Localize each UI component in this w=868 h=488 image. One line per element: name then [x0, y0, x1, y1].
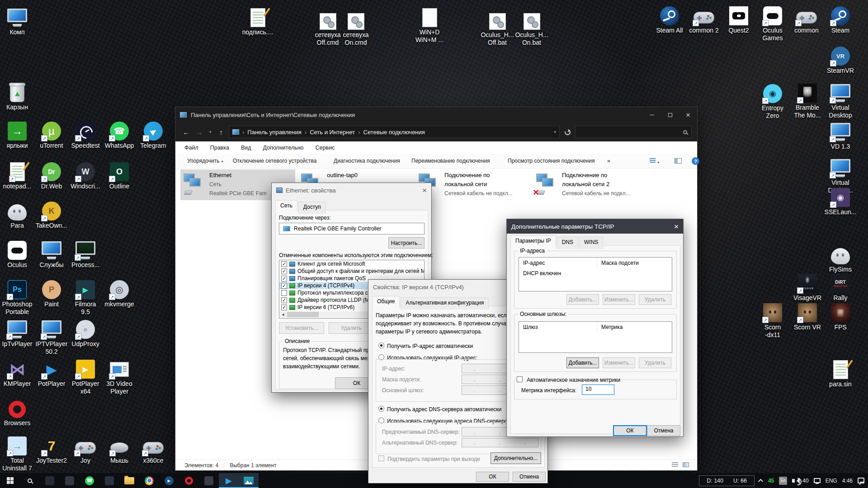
close-icon[interactable]: ×	[422, 187, 427, 194]
menu-item-дополнительно[interactable]: Дополнительно	[263, 145, 304, 151]
desktop-icon-x360ce[interactable]: ↗x360ce	[132, 434, 175, 465]
desktop-icon-rally[interactable]: Rally	[819, 271, 862, 302]
tab-wins[interactable]: WINS	[579, 237, 603, 249]
ok-button[interactable]: ОК	[476, 472, 509, 482]
desktop-icon-udpproxy[interactable]: ●↗UdpProxy	[64, 317, 107, 348]
checked-checkbox[interactable]: ✓	[281, 268, 287, 274]
component-row[interactable]: ✓Клиент для сетей Microsoft	[279, 260, 424, 267]
desktop-icon-steamvr[interactable]: VR↗SteamVR	[819, 44, 862, 75]
breadcrumb[interactable]: ›Панель управления›Сеть и Интернет›Сетев…	[229, 126, 560, 138]
taskbar-app-chrome[interactable]	[139, 473, 159, 488]
toolbar-view-status[interactable]: Просмотр состояния подключения	[508, 158, 594, 164]
menu-item-вид[interactable]: Вид	[241, 145, 251, 151]
connection-item[interactable]: ×Подключение полокальной сетиСетевой каб…	[415, 169, 530, 200]
speaker-icon[interactable]	[792, 479, 795, 483]
tab-sharing[interactable]: Доступ	[298, 202, 326, 214]
connection-item[interactable]: ×Подключение полокальной сети 2Сетевой к…	[533, 169, 648, 200]
desktop-icon-mkvmerge[interactable]: ◎↗mkvmerge	[98, 277, 141, 308]
desktop-icon-browsers[interactable]: Browsers	[0, 396, 39, 427]
taskbar-search-button[interactable]	[20, 473, 40, 488]
refresh-button[interactable]	[562, 126, 573, 138]
checked-checkbox[interactable]: ✓	[281, 261, 287, 267]
desktop-icon-fps[interactable]: FPS	[819, 300, 862, 331]
net-speed-monitor[interactable]: D: 140 U: 66	[699, 475, 755, 486]
breadcrumb-segment[interactable]: Сеть и Интернет	[310, 129, 355, 136]
action-center-icon[interactable]	[858, 478, 864, 483]
scroll-left-icon[interactable]: ◄	[280, 311, 286, 318]
desktop-icon-podpis[interactable]: подпись....	[236, 5, 279, 36]
desktop-icon-vd-13[interactable]: ↗VD 1.3	[819, 120, 862, 150]
auto-metric-checkbox[interactable]	[517, 376, 523, 382]
network-tray-icon[interactable]	[814, 478, 821, 483]
menu-item-правка[interactable]: Правка	[210, 145, 229, 151]
auto-ip-radio[interactable]	[378, 343, 384, 348]
component-row[interactable]: ✓Общий доступ к файлам и принтерам для с…	[279, 267, 424, 275]
temperature-indicator[interactable]: 45	[768, 478, 774, 484]
desktop-icon-sselaun[interactable]: ◉↗SSELaun...	[819, 185, 862, 216]
taskbar-app-explorer[interactable]	[119, 473, 139, 488]
toolbar-disable-device[interactable]: Отключение сетевого устройства	[233, 158, 316, 164]
taskbar-app-5[interactable]	[199, 473, 219, 488]
thumbnail-view-icon[interactable]	[683, 462, 689, 467]
input-language-badge[interactable]: En	[779, 477, 787, 485]
tab-alternate-config[interactable]: Альтернативная конфигурация	[401, 297, 489, 310]
dialog-titlebar[interactable]: Дополнительные параметры TCP/IP ×	[507, 219, 683, 234]
unchecked-checkbox[interactable]	[281, 290, 287, 296]
preview-pane-button[interactable]	[675, 158, 682, 165]
desktop-icon-oculus-h-on[interactable]: Oculus_H...On.bat	[510, 8, 553, 47]
window-titlebar[interactable]: Панель управления\Сеть и Интернет\Сетевы…	[175, 107, 697, 122]
taskbar-app-4[interactable]: ▶	[159, 473, 179, 488]
dialog-titlebar[interactable]: Ethernet: свойства ×	[272, 183, 431, 197]
alternate-dns-input[interactable]: ...	[462, 438, 538, 447]
desktop-icon-outline[interactable]: O↗Outline	[98, 160, 141, 190]
tab-general[interactable]: Общие	[372, 296, 400, 308]
add-ip-button[interactable]: Добавить...	[566, 294, 599, 305]
delete-gateway-button[interactable]: Удалить	[639, 357, 671, 368]
breadcrumb-segment[interactable]: Панель управления	[247, 129, 301, 136]
minimize-button[interactable]	[643, 107, 661, 122]
auto-dns-radio[interactable]	[378, 406, 384, 412]
cancel-button[interactable]: Отмена	[513, 472, 546, 482]
taskbar-app-1[interactable]	[40, 473, 60, 488]
configure-button[interactable]: Настроить...	[388, 237, 425, 249]
desktop-icon-setevuha-on[interactable]: сетевухаOn.cmd	[334, 8, 377, 47]
search-input[interactable]	[575, 126, 692, 138]
toolbar-organize[interactable]: Упорядочить▾	[187, 158, 223, 164]
help-button[interactable]: ?	[692, 157, 699, 165]
uninstall-button[interactable]: Удалить	[329, 322, 374, 334]
edit-gateway-button[interactable]: Изменить...	[603, 357, 635, 368]
toolbar-diagnose[interactable]: Диагностика подключения	[334, 158, 400, 164]
view-options-button[interactable]: ▾	[650, 158, 659, 165]
checked-checkbox[interactable]: ✓	[281, 305, 287, 310]
taskbar-app-opera[interactable]	[179, 473, 199, 488]
add-gateway-button[interactable]: Добавить...	[566, 357, 599, 368]
ok-button[interactable]: ОК	[613, 425, 647, 436]
taskbar-app-2[interactable]	[60, 473, 80, 488]
desktop-icon-process-explorer[interactable]: ↗Process...	[64, 238, 107, 269]
close-button[interactable]: ×	[679, 107, 697, 122]
cancel-button[interactable]: Отмена	[647, 425, 680, 436]
checked-checkbox[interactable]: ✓	[281, 283, 287, 289]
recent-locations-icon[interactable]: ▾	[207, 126, 213, 138]
desktop-icon-computer[interactable]: Комп	[0, 5, 39, 36]
forward-button[interactable]: →	[194, 126, 205, 138]
advanced-button[interactable]: Дополнительно...	[491, 452, 541, 464]
clock[interactable]: 4:46	[842, 478, 853, 484]
desktop-icon-3d-video-player[interactable]: ↗3D VideoPlayer	[98, 357, 141, 395]
ip-addresses-list[interactable]: IP-адрес Маска подсети DHCP включен	[519, 257, 672, 291]
install-button[interactable]: Установить...	[279, 322, 324, 334]
taskbar-app-whatsapp[interactable]: ☎	[80, 473, 99, 488]
hidden-icons-chevron-icon[interactable]	[758, 479, 763, 483]
desktop-icon-telegram[interactable]: ▶↗Telegram	[132, 119, 175, 150]
validate-checkbox[interactable]	[378, 455, 384, 461]
taskbar-app-photos[interactable]	[239, 473, 259, 488]
metric-input[interactable]: 10	[582, 385, 614, 395]
menu-item-файл[interactable]: Файл	[184, 145, 198, 151]
checked-checkbox[interactable]: ✓	[281, 276, 287, 282]
taskbar-app-potplayer[interactable]: ▶	[219, 473, 239, 488]
toolbar-rename[interactable]: Переименование подключения	[411, 158, 490, 164]
tab-network[interactable]: Сеть	[275, 200, 297, 212]
desktop-icon-flysims[interactable]: FlySims	[819, 243, 862, 273]
language-indicator[interactable]: ENG	[826, 478, 837, 484]
menu-item-сервис[interactable]: Сервис	[316, 145, 335, 151]
